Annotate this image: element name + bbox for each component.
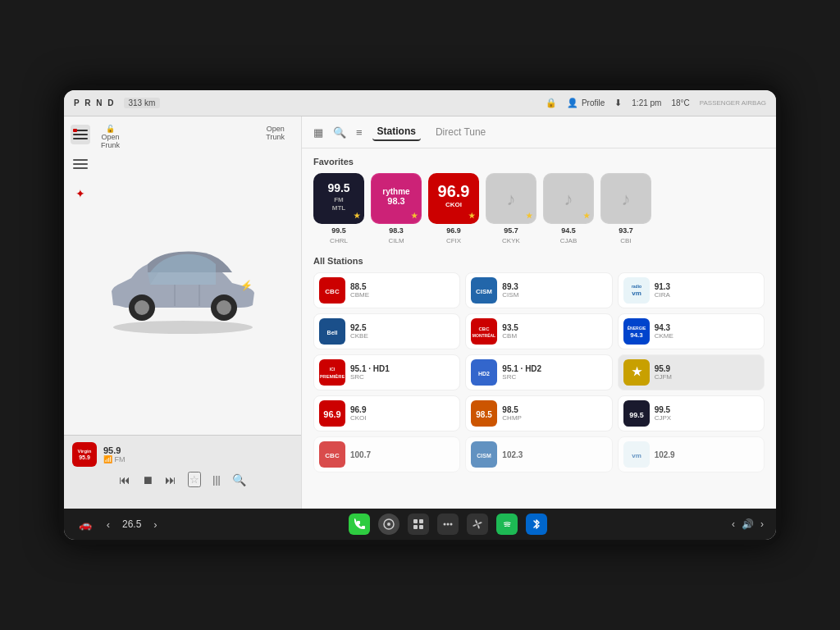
svg-text:CISM: CISM [477,453,492,459]
src-hd2-logo: HD2 [471,359,497,386]
station-band: 📶 FM [103,455,293,463]
svg-rect-70 [413,525,418,529]
search-radio-icon[interactable]: 🔍 [333,126,346,139]
favorite-item-995[interactable]: 99.5FMMTL★ 99.5 CHRL [313,173,364,244]
fav-call-945: CJAB [560,237,577,244]
s995-logo: 99.5 [623,400,650,427]
search-button[interactable]: 🔍 [232,473,246,486]
svg-text:vm: vm [632,452,641,459]
svg-text:PREMIÈRE: PREMIÈRE [320,373,345,379]
station-energie-943[interactable]: ÉNERGIE94.3 94.3 CKME [618,313,765,349]
svg-text:96.9: 96.9 [438,182,470,200]
station-info-chmp: 98.5 CHMP [502,405,522,422]
dock-left: 🚗 ‹ 26.5 › [76,515,164,533]
radiovm-logo: radiovm [623,277,650,304]
svg-text:FM: FM [334,196,344,203]
bluetooth-app[interactable] [526,514,547,535]
station-chmp-985[interactable]: 98.5 98.5 CHMP [465,395,612,431]
spotify-app[interactable] [496,514,518,535]
station-1007[interactable]: CBC 100.7 [313,436,460,472]
next-button[interactable]: ⏭ [165,473,176,486]
svg-point-67 [387,523,390,526]
station-src-hd1[interactable]: ICIPREMIÈRE 95.1 · HD1 SRC [313,354,460,390]
favorite-item-937[interactable]: ♪ 93.7 CBI [600,173,651,244]
svg-text:CBC: CBC [325,288,340,295]
grid-icon[interactable]: ▦ [313,126,323,139]
station-ckoi-969[interactable]: 96.9 96.9 CKOI [313,395,460,431]
station-1023[interactable]: CISM 102.3 [465,436,612,472]
svg-rect-68 [413,519,418,523]
svg-text:★: ★ [354,212,361,220]
station-bell-925[interactable]: Bell 92.5 CKBE [313,313,460,349]
cjfm-logo: ★ [623,359,650,386]
station-radiovm-913[interactable]: radiovm 91.3 CIRA [618,272,765,308]
svg-rect-41 [472,319,496,344]
station-cbcfm-935[interactable]: CBCMONTRÉAL 93.5 CBM [465,313,612,349]
car-svg: ⚡ [97,244,269,334]
list-icon[interactable]: ≡ [356,126,363,139]
station-src-hd2[interactable]: HD2 95.1 · HD2 SRC [465,354,612,390]
cism-logo: CISM [471,277,497,304]
car-area: 🔓 Open Frunk Open Trunk [64,116,301,435]
radio-header: ▦ 🔍 ≡ Stations Direct Tune [302,116,776,148]
dots-app[interactable] [437,514,459,535]
volume-left-arrow[interactable]: ‹ [732,518,735,530]
station-cism-893[interactable]: CISM 89.3 CISM [465,272,612,308]
svg-text:98.3: 98.3 [387,196,404,206]
station-info-bell: 92.5 CKBE [350,323,368,340]
svg-text:96.9: 96.9 [323,409,340,419]
grid-app[interactable] [408,514,429,535]
frunk-label[interactable]: 🔓 Open Frunk [101,125,120,149]
radio-content: Favorites 99.5FMMTL★ 99.5 CHRL rythme98.… [302,148,776,509]
svg-text:★: ★ [526,212,533,220]
trunk-label[interactable]: Open Trunk [266,125,285,141]
svg-text:ICI: ICI [330,367,336,372]
car-icon[interactable]: 🚗 [76,515,94,533]
volume-right-arrow[interactable]: › [760,518,764,530]
status-right: 🔒 👤 Profile ⬇ 1:21 pm 18°C PASSENGER AIR… [546,98,766,108]
fav-call-937: CBI [620,237,631,244]
tab-stations[interactable]: Stations [372,123,421,141]
equalizer-button[interactable]: ||| [212,474,220,486]
fan-app[interactable] [467,514,488,535]
signal-icon: 📶 [103,455,112,463]
station-1029[interactable]: vm 102.9 [618,436,765,472]
main-content: ✦ 🔓 Open Frunk Open Trunk [64,116,776,509]
station-cbc-885[interactable]: CBC 88.5 CBME [313,272,460,308]
svg-point-75 [477,523,479,526]
status-left: P R N D 313 km [74,98,160,108]
favorite-item-rythme[interactable]: rythme98.3★ 98.3 CILM [371,173,422,244]
prev-button[interactable]: ⏮ [119,473,130,486]
favorite-button[interactable]: ☆ [188,472,201,487]
temp-increase-btn[interactable]: › [146,515,164,533]
passenger-label: PASSENGER AIRBAG [700,99,766,107]
svg-text:♪: ♪ [564,189,573,209]
svg-text:Virgin: Virgin [78,449,92,454]
favorite-item-945[interactable]: ♪★ 94.5 CJAB [543,173,594,244]
favorite-item-969[interactable]: 96.9CKOI★ 96.9 CFIX [428,173,479,244]
bottom-dock: 🚗 ‹ 26.5 › [64,509,776,540]
energie-logo: ÉNERGIE94.3 [623,318,650,345]
profile-button[interactable]: 👤 Profile [567,98,605,108]
station-cjfm-959[interactable]: ★ 95.9 CJFM [618,354,765,390]
tab-direct-tune[interactable]: Direct Tune [431,124,491,140]
phone-app[interactable] [349,514,370,535]
station-s995-995[interactable]: 99.5 99.5 CJPX [618,395,765,431]
svg-text:MONTRÉAL: MONTRÉAL [472,332,495,338]
fav-call-995: CHRL [330,237,348,244]
stations-grid: CBC 88.5 CBME CISM [313,272,765,431]
favorite-item-957[interactable]: ♪★ 95.7 CKYK [486,173,536,244]
svg-text:♪: ♪ [507,189,516,209]
prnd-display: P R N D [74,98,116,107]
temp-decrease-btn[interactable]: ‹ [99,515,117,533]
car-visualization: ⚡ [97,244,269,337]
fav-logo-957: ♪★ [486,173,536,224]
fav-freq-945: 94.5 [561,226,576,235]
svg-text:95.9: 95.9 [79,454,90,460]
svg-text:ÉNERGIE: ÉNERGIE [627,325,646,331]
time-display: 1:21 pm [632,98,661,107]
stop-button[interactable]: ⏹ [142,473,153,486]
circle-app[interactable] [378,514,399,535]
svg-text:vm: vm [632,290,641,297]
station-info-cjfm: 95.9 CJFM [655,364,672,381]
